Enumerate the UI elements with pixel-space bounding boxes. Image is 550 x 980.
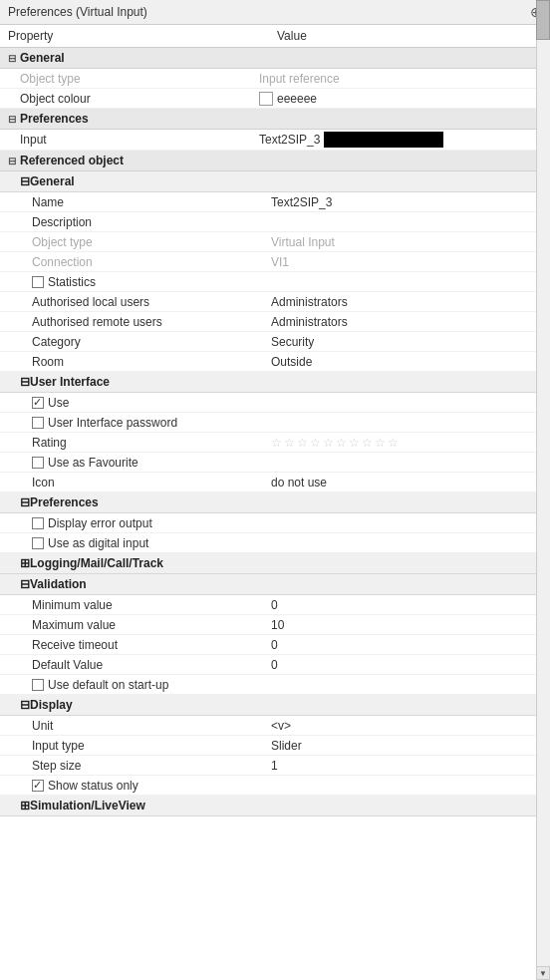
section-user-interface[interactable]: ⊟ User Interface — [0, 372, 536, 393]
section-display[interactable]: ⊟ Display — [0, 695, 536, 716]
section-validation-label: Validation — [30, 577, 87, 591]
icon-val: do not use — [271, 476, 528, 490]
section-preferences2[interactable]: ⊟ Preferences — [0, 492, 536, 513]
unit-val: <v> — [271, 719, 528, 733]
connection-val: VI1 — [271, 255, 528, 269]
row-rating: Rating ☆☆☆☆☆☆☆☆☆☆ — [0, 433, 536, 453]
object-type2-val: Virtual Input — [271, 235, 528, 249]
row-object-type: Object type Input reference — [0, 69, 536, 89]
column-headers: Property Value — [0, 25, 536, 48]
scroll-down-button[interactable]: ▼ — [536, 966, 550, 980]
input-type-prop: Input type — [32, 739, 271, 753]
input-type-val: Slider — [271, 739, 528, 753]
section-logging[interactable]: ⊞ Logging/Mail/Call/Track — [0, 553, 536, 574]
row-display-error: Display error output — [0, 513, 536, 533]
row-icon: Icon do not use — [0, 473, 536, 492]
row-unit: Unit <v> — [0, 716, 536, 736]
default-value-prop: Default Value — [32, 658, 271, 672]
collapse-preferences-icon[interactable]: ⊟ — [8, 114, 16, 125]
expand-logging-icon[interactable]: ⊞ — [20, 556, 30, 570]
statistics-checkbox[interactable] — [32, 276, 44, 288]
collapse-display-icon[interactable]: ⊟ — [20, 698, 30, 712]
section-display-label: Display — [30, 698, 73, 712]
input-prop: Input — [20, 133, 259, 147]
category-val: Security — [271, 335, 528, 349]
collapse-prefs2-icon[interactable]: ⊟ — [20, 495, 30, 509]
fav-checkbox[interactable] — [32, 457, 44, 469]
row-statistics: Statistics — [0, 272, 536, 292]
object-colour-prop: Object colour — [20, 92, 259, 106]
name-val: Text2SIP_3 — [271, 195, 528, 209]
use-digital-checkbox[interactable] — [32, 537, 44, 549]
section-ref-general-label: General — [30, 174, 75, 188]
default-startup-checkbox[interactable] — [32, 679, 44, 691]
row-auth-remote: Authorised remote users Administrators — [0, 312, 536, 332]
collapse-validation-icon[interactable]: ⊟ — [20, 577, 30, 591]
show-status-prop: Show status only — [32, 779, 271, 793]
room-prop: Room — [32, 355, 271, 369]
row-ui-password: User Interface password — [0, 413, 536, 433]
row-connection: Connection VI1 — [0, 252, 536, 272]
row-min-value: Minimum value 0 — [0, 595, 536, 615]
expand-simulation-icon[interactable]: ⊞ — [20, 799, 30, 813]
section-simulation[interactable]: ⊞ Simulation/LiveView — [0, 796, 536, 817]
step-size-prop: Step size — [32, 759, 271, 773]
min-value-val: 0 — [271, 598, 528, 612]
scrollbar-thumb[interactable] — [536, 0, 550, 40]
row-default-value: Default Value 0 — [0, 655, 536, 675]
category-prop: Category — [32, 335, 271, 349]
use-checkbox[interactable] — [32, 397, 44, 409]
object-type-prop: Object type — [20, 72, 259, 86]
row-use: Use — [0, 393, 536, 413]
display-error-checkbox[interactable] — [32, 517, 44, 529]
scrollbar[interactable]: ▲ ▼ — [536, 0, 550, 980]
icon-prop: Icon — [32, 476, 271, 490]
row-use-digital: Use as digital input — [0, 533, 536, 553]
section-general-label: General — [20, 51, 65, 65]
section-simulation-label: Simulation/LiveView — [30, 799, 145, 813]
statistics-prop: Statistics — [32, 275, 271, 289]
section-ref-general[interactable]: ⊟ General — [0, 171, 536, 192]
default-value-val: 0 — [271, 658, 528, 672]
window-title: Preferences (Virtual Input) — [8, 5, 147, 19]
default-startup-prop: Use default on start-up — [32, 678, 271, 692]
rating-prop: Rating — [32, 436, 271, 450]
use-digital-prop: Use as digital input — [32, 536, 271, 550]
section-referenced-object[interactable]: ⊟ Referenced object — [0, 151, 536, 171]
section-preferences-label: Preferences — [20, 112, 89, 126]
section-general[interactable]: ⊟ General — [0, 48, 536, 69]
object-type2-prop: Object type — [32, 235, 271, 249]
max-value-val: 10 — [271, 618, 528, 632]
collapse-general-icon[interactable]: ⊟ — [8, 53, 16, 64]
row-favourite: Use as Favourite — [0, 453, 536, 473]
receive-timeout-prop: Receive timeout — [32, 638, 271, 652]
input-black-field[interactable] — [324, 132, 443, 148]
section-logging-label: Logging/Mail/Call/Track — [30, 556, 163, 570]
auth-local-val: Administrators — [271, 295, 528, 309]
input-val: Text2SIP_3 — [259, 132, 528, 148]
display-error-prop: Display error output — [32, 516, 271, 530]
use-prop: Use — [32, 396, 271, 410]
auth-local-prop: Authorised local users — [32, 295, 271, 309]
section-referenced-label: Referenced object — [20, 154, 124, 167]
section-preferences[interactable]: ⊟ Preferences — [0, 109, 536, 130]
section-ui-label: User Interface — [30, 375, 110, 389]
fav-prop: Use as Favourite — [32, 456, 271, 470]
row-default-startup: Use default on start-up — [0, 675, 536, 695]
show-status-checkbox[interactable] — [32, 780, 44, 792]
object-type-val: Input reference — [259, 72, 528, 86]
collapse-ui-icon[interactable]: ⊟ — [20, 375, 30, 389]
collapse-referenced-icon[interactable]: ⊟ — [8, 156, 16, 166]
row-name: Name Text2SIP_3 — [0, 192, 536, 212]
receive-timeout-val: 0 — [271, 638, 528, 652]
rating-stars[interactable]: ☆☆☆☆☆☆☆☆☆☆ — [271, 436, 401, 450]
row-input: Input Text2SIP_3 — [0, 130, 536, 151]
description-prop: Description — [32, 215, 271, 229]
colour-swatch[interactable] — [259, 92, 273, 106]
section-validation[interactable]: ⊟ Validation — [0, 574, 536, 595]
ui-password-checkbox[interactable] — [32, 417, 44, 429]
collapse-ref-general-icon[interactable]: ⊟ — [20, 174, 30, 188]
ui-password-prop: User Interface password — [32, 416, 271, 430]
rating-val: ☆☆☆☆☆☆☆☆☆☆ — [271, 436, 528, 450]
row-input-type: Input type Slider — [0, 736, 536, 756]
